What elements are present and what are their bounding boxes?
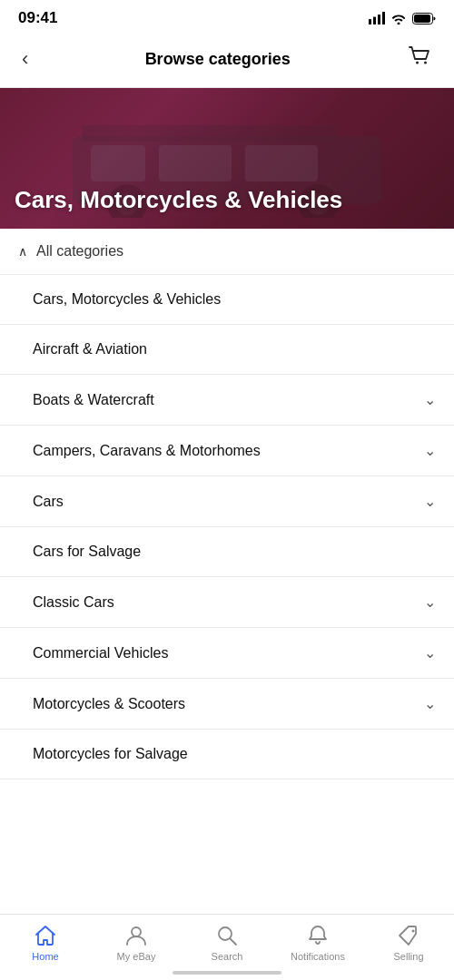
chevron-down-icon: ⌄ bbox=[424, 442, 436, 459]
svg-line-19 bbox=[231, 939, 237, 946]
nav-label-notifications: Notifications bbox=[291, 951, 345, 962]
status-bar: 09:41 bbox=[0, 0, 454, 33]
category-list: Cars, Motorcycles & VehiclesAircraft & A… bbox=[0, 275, 454, 779]
all-categories-toggle[interactable]: ∧ All categories bbox=[0, 229, 454, 275]
nav-label-home: Home bbox=[32, 951, 58, 962]
svg-point-7 bbox=[424, 62, 427, 64]
category-item-label: Cars, Motorcycles & Vehicles bbox=[33, 291, 221, 308]
category-item[interactable]: Cars, Motorcycles & Vehicles bbox=[0, 275, 454, 325]
chevron-down-icon: ⌄ bbox=[424, 644, 436, 662]
home-indicator bbox=[173, 971, 281, 975]
category-item[interactable]: Motorcycles for Salvage bbox=[0, 730, 454, 779]
cart-button[interactable] bbox=[400, 40, 439, 78]
nav-item-notifications[interactable]: Notifications bbox=[272, 924, 363, 962]
person-icon bbox=[124, 924, 148, 947]
hero-banner: Cars, Motorcycles & Vehicles bbox=[0, 88, 454, 229]
category-item-label: Cars bbox=[33, 494, 64, 510]
category-item-label: Cars for Salvage bbox=[33, 544, 141, 560]
all-categories-label: All categories bbox=[36, 243, 123, 260]
category-item-label: Campers, Caravans & Motorhomes bbox=[33, 443, 261, 459]
wifi-icon bbox=[390, 12, 407, 24]
category-item-label: Aircraft & Aviation bbox=[33, 341, 147, 358]
category-item[interactable]: Campers, Caravans & Motorhomes⌄ bbox=[0, 426, 454, 476]
search-icon bbox=[215, 924, 239, 947]
svg-rect-2 bbox=[378, 15, 380, 24]
category-item-label: Commercial Vehicles bbox=[33, 645, 168, 662]
category-item-label: Motorcycles for Salvage bbox=[33, 746, 188, 762]
category-item[interactable]: Classic Cars⌄ bbox=[0, 577, 454, 628]
nav-item-selling[interactable]: Selling bbox=[363, 924, 454, 962]
nav-label-selling: Selling bbox=[393, 951, 423, 962]
battery-icon bbox=[412, 13, 436, 24]
status-time: 09:41 bbox=[18, 9, 57, 27]
category-item[interactable]: Aircraft & Aviation bbox=[0, 325, 454, 375]
svg-rect-3 bbox=[382, 12, 385, 24]
content-area: ∧ All categories Cars, Motorcycles & Veh… bbox=[0, 229, 454, 861]
nav-item-home[interactable]: Home bbox=[0, 924, 91, 962]
home-icon bbox=[34, 924, 57, 947]
svg-rect-0 bbox=[369, 19, 371, 24]
hero-title: Cars, Motorcycles & Vehicles bbox=[15, 186, 342, 214]
category-item-label: Classic Cars bbox=[33, 594, 114, 611]
back-button[interactable]: ‹ bbox=[15, 44, 35, 74]
nav-item-search[interactable]: Search bbox=[182, 924, 272, 962]
cart-icon bbox=[407, 44, 432, 69]
category-item[interactable]: Cars⌄ bbox=[0, 476, 454, 527]
nav-label-my-ebay: My eBay bbox=[117, 951, 156, 962]
svg-point-20 bbox=[412, 930, 415, 933]
svg-point-17 bbox=[132, 927, 141, 936]
svg-point-6 bbox=[416, 62, 419, 64]
chevron-down-icon: ⌄ bbox=[424, 593, 436, 611]
status-icons bbox=[369, 12, 436, 24]
svg-rect-1 bbox=[373, 17, 376, 25]
nav-label-search: Search bbox=[212, 951, 243, 962]
category-item[interactable]: Motorcycles & Scooters⌄ bbox=[0, 679, 454, 730]
signal-icon bbox=[369, 12, 385, 24]
svg-rect-5 bbox=[414, 15, 430, 23]
category-item[interactable]: Boats & Watercraft⌄ bbox=[0, 375, 454, 426]
chevron-up-icon: ∧ bbox=[18, 244, 27, 259]
category-item-label: Motorcycles & Scooters bbox=[33, 696, 185, 712]
chevron-down-icon: ⌄ bbox=[424, 493, 436, 510]
chevron-down-icon: ⌄ bbox=[424, 391, 436, 408]
header: ‹ Browse categories bbox=[0, 33, 454, 88]
nav-item-my-ebay[interactable]: My eBay bbox=[91, 924, 182, 962]
bell-icon bbox=[306, 924, 330, 947]
tag-icon bbox=[397, 924, 420, 947]
category-item[interactable]: Cars for Salvage bbox=[0, 527, 454, 577]
page-title: Browse categories bbox=[145, 50, 291, 69]
category-item-label: Boats & Watercraft bbox=[33, 392, 154, 408]
chevron-down-icon: ⌄ bbox=[424, 695, 436, 712]
category-item[interactable]: Commercial Vehicles⌄ bbox=[0, 628, 454, 679]
